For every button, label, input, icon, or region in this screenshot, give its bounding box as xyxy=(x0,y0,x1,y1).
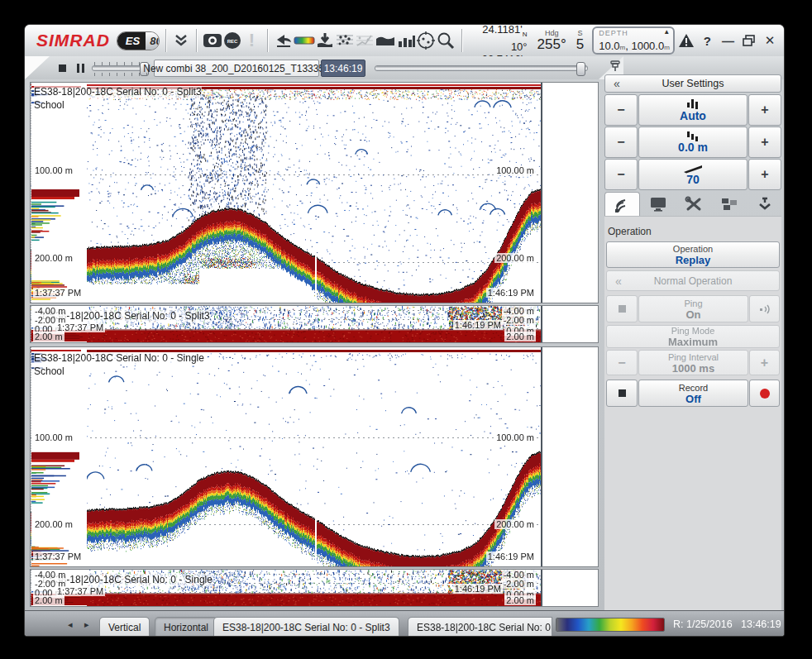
close-button[interactable]: ✕ xyxy=(761,31,779,50)
channel-title: ES38-18|200-18C Serial No: 0 - Single xyxy=(34,352,204,365)
depth-line-label: 200.00 m xyxy=(494,519,536,529)
fish-school-icon[interactable] xyxy=(335,29,355,52)
channel-title: ES38-18|200-18C Serial No: 0 - Single xyxy=(42,574,213,586)
toolbar-separator xyxy=(461,29,462,52)
depth-line-label: 100.00 m xyxy=(33,432,74,442)
school-label: School xyxy=(34,99,64,112)
depth-expand-arrow-icon[interactable]: ▲ xyxy=(663,28,670,36)
settings-panel: « User Settings − Auto + − 0.0 m + − 70 … xyxy=(604,58,781,610)
slider-handle[interactable] xyxy=(576,62,585,76)
alarm-warning-icon[interactable] xyxy=(677,31,695,50)
depth-range-widget[interactable]: DEPTH ▲ 10.0m, 1000.0m xyxy=(592,26,675,55)
tab-single-channel[interactable]: ES38-18|200-18C Serial No: 0 xyxy=(408,617,552,636)
user-settings-header[interactable]: « User Settings xyxy=(604,74,781,93)
help-button[interactable]: ? xyxy=(698,31,716,50)
operation-content: Operation Operation Replay « Normal Oper… xyxy=(604,216,781,611)
start-range-value: 0.0 m xyxy=(678,141,708,153)
gain-value-button[interactable]: 70 xyxy=(638,159,748,190)
slider-ticks xyxy=(94,73,147,76)
color-scale-bar[interactable] xyxy=(556,618,665,632)
range-value-button[interactable]: Auto xyxy=(638,94,748,126)
ping-interval-value: Ping Interval 1000 ms xyxy=(638,350,748,375)
record-screen-icon[interactable]: REC xyxy=(222,29,242,52)
minimize-button[interactable]: — xyxy=(719,31,738,50)
tab-split3-channel[interactable]: ES38-18|200-18C Serial No: 0 - Split3 xyxy=(213,617,399,636)
depth-values: 10.0m, 1000.0m xyxy=(599,40,670,52)
record-dot-icon xyxy=(760,389,770,399)
time-label: 1:37:37 PM xyxy=(55,322,105,332)
alarm-exclamation-icon: ! xyxy=(242,29,260,52)
ping-interval-increase: + xyxy=(749,350,780,375)
depth-line-label: 2.00 m xyxy=(504,595,536,605)
tab-scroll-right-icon[interactable]: ▸ xyxy=(84,619,89,630)
detected-targets-icon[interactable] xyxy=(416,29,436,52)
ping-toggle-button: Ping On xyxy=(638,295,748,322)
operation-mode-button[interactable]: Operation Replay xyxy=(606,241,780,268)
replay-filename[interactable]: New combi 38_200_D20160125_T133356 xyxy=(154,60,319,77)
start-range-decrease-button[interactable]: − xyxy=(604,127,638,158)
range-decrease-button[interactable]: − xyxy=(604,94,638,126)
echogram-split3-surface[interactable]: ES38-18|200-18C Serial No: 0 - Split3 Sc… xyxy=(30,82,599,303)
collapse-toolbar-icon[interactable] xyxy=(172,29,190,52)
echogram-single-surface[interactable]: ES38-18|200-18C Serial No: 0 - Single Sc… xyxy=(30,346,599,567)
echogram-canvas[interactable] xyxy=(31,83,541,303)
ping-marker-line xyxy=(541,570,542,606)
depth-line-label: -2.00 m xyxy=(502,579,536,589)
colormap-bar-icon[interactable] xyxy=(294,29,315,52)
toolbar-separator xyxy=(267,29,268,52)
simrad-logo: SIMRAD xyxy=(36,31,110,50)
gain-decrease-button[interactable]: − xyxy=(604,159,638,190)
tab-install-extras[interactable] xyxy=(747,192,782,217)
range-value: Auto xyxy=(680,110,706,122)
main-toolbar: SIMRAD ES 80 REC ! xyxy=(25,25,784,57)
echogram-single-bottom-strip[interactable]: ES38-18|200-18C Serial No: 0 - Single -4… xyxy=(30,569,599,607)
settings-tab-strip xyxy=(604,192,781,217)
depth-line-label: 100.00 m xyxy=(33,165,74,175)
record-start-button[interactable] xyxy=(749,380,780,407)
time-label: 1:46:19 PM xyxy=(486,552,536,561)
start-range-value-button[interactable]: 0.0 m xyxy=(638,127,748,158)
depth-line-label: 2.00 m xyxy=(33,595,64,605)
pin-panel-icon[interactable] xyxy=(609,60,622,76)
tab-display[interactable] xyxy=(640,192,676,217)
zoom-magnifier-icon[interactable] xyxy=(436,29,456,52)
ping-interval-decrease: − xyxy=(606,350,638,375)
status-time: 13:46:19 xyxy=(741,618,781,630)
echogram-split3-bottom-strip[interactable]: ES38-18|200-18C Serial No: 0 - Split3 -4… xyxy=(30,305,599,343)
range-increase-button[interactable]: + xyxy=(748,94,781,126)
es80-model-badge: ES 80 xyxy=(117,31,160,50)
tab-vertical[interactable]: Vertical xyxy=(99,617,150,636)
tab-setup-tools[interactable] xyxy=(676,192,711,217)
event-back-arrow-icon[interactable] xyxy=(274,29,294,52)
collapse-panel-icon[interactable]: « xyxy=(614,77,620,90)
normal-operation-button: « Normal Operation xyxy=(606,270,780,291)
latitude-value: 59° 24.1181' xyxy=(482,25,527,36)
bottom-hardness-icon[interactable] xyxy=(375,29,396,52)
depth-line-label: 200.00 m xyxy=(33,253,74,263)
echogram-canvas[interactable] xyxy=(31,347,541,566)
replay-file-slider[interactable] xyxy=(375,66,587,70)
time-label: 1:37:37 PM xyxy=(33,552,83,561)
channel-title: ES38-18|200-18C Serial No: 0 - Split3 xyxy=(34,86,202,98)
bottom-lock-icon[interactable] xyxy=(315,29,335,52)
record-stop-button[interactable] xyxy=(606,380,638,407)
record-toggle-button[interactable]: Record Off xyxy=(638,380,748,407)
svg-text:REC: REC xyxy=(227,39,238,44)
tab-operation-sonar[interactable] xyxy=(604,192,640,217)
restore-window-button[interactable] xyxy=(740,31,758,50)
time-label: 1:37:37 PM xyxy=(55,586,105,596)
gain-increase-button[interactable]: + xyxy=(748,159,781,190)
range-bars-icon xyxy=(685,99,701,110)
tab-scroll-left-icon[interactable]: ◂ xyxy=(68,619,73,630)
histogram-bars-icon[interactable] xyxy=(396,29,416,52)
tab-layout-blocks[interactable] xyxy=(711,192,747,217)
depth-line-label: 100.00 m xyxy=(494,165,536,175)
tab-horizontal[interactable]: Horizontal xyxy=(155,617,217,636)
screenshot-camera-icon[interactable] xyxy=(203,29,222,52)
replay-pause-button[interactable] xyxy=(73,60,88,75)
replay-position-slider[interactable] xyxy=(93,66,149,70)
replay-stop-button[interactable] xyxy=(55,60,69,75)
section-label: Operation xyxy=(608,226,652,237)
heading-readout: Hdg 255° xyxy=(537,30,566,52)
start-range-increase-button[interactable]: + xyxy=(748,127,781,158)
